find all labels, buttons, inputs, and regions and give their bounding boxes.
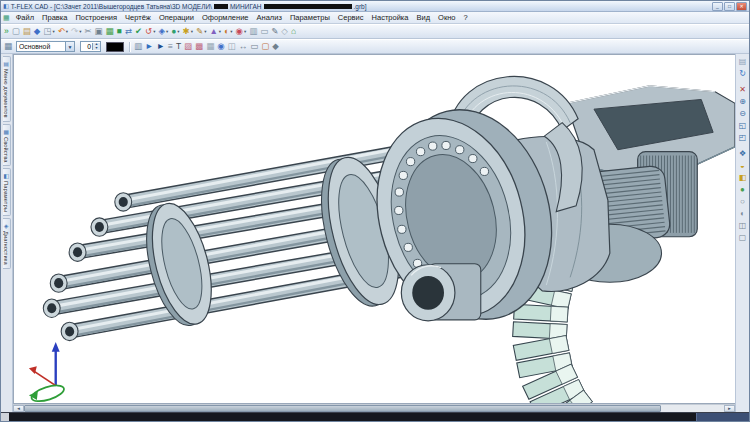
line-color-swatch[interactable]: [106, 42, 124, 52]
macros-button[interactable]: ▲ ▾: [208, 26, 222, 37]
view-toolbar-icon: ●: [740, 186, 745, 194]
scrollbar-thumb[interactable]: [24, 405, 661, 412]
wireframe-mode-button[interactable]: ○: [737, 196, 748, 207]
menu-item[interactable]: Анализ: [253, 12, 286, 23]
expand-toolbar-button[interactable]: »: [3, 26, 10, 37]
toolbar-icon: ✎: [271, 27, 278, 36]
toolbar-icon: ▢: [261, 42, 269, 51]
line-style-combobox[interactable]: Основной ▼: [16, 41, 75, 52]
zoom-in-button[interactable]: ⊕: [737, 96, 748, 107]
check-document-button[interactable]: ✔: [134, 26, 143, 37]
fullscreen-button[interactable]: ▢: [737, 232, 748, 243]
rotate-view-button[interactable]: ↻: [737, 68, 748, 79]
cut-button[interactable]: ✂: [83, 26, 92, 37]
view-toolbar-icon: ◧: [739, 174, 747, 182]
zoom-out-button[interactable]: ⊖: [737, 108, 748, 119]
menu-item[interactable]: Файл: [12, 12, 38, 23]
layers-button[interactable]: ▦: [3, 41, 13, 52]
sheet-button[interactable]: ▭: [259, 26, 269, 37]
zoom-window-button[interactable]: ◱: [737, 120, 748, 131]
save-document-button[interactable]: ◆: [33, 26, 42, 37]
new-document-button[interactable]: ▢: [11, 26, 21, 37]
line-style-button[interactable]: ≡: [167, 41, 174, 52]
maximize-button[interactable]: □: [724, 2, 735, 11]
fill-button[interactable]: ▩: [194, 41, 204, 52]
section-view-button[interactable]: ◫: [737, 220, 748, 231]
undo-button[interactable]: ↶ ▾: [57, 26, 69, 37]
chevron-down-icon: ▾: [244, 29, 246, 34]
toolbar-icon: ▭: [250, 42, 258, 51]
exit-button[interactable]: ⌂: [290, 26, 297, 37]
tab-properties[interactable]: ▦ Свойства: [3, 124, 11, 166]
options-button[interactable]: ◆: [271, 41, 280, 52]
tab-diagnostics[interactable]: ◈ Диагностика: [3, 218, 11, 269]
assembly-button[interactable]: ◐ ▾: [223, 26, 233, 37]
render-settings-button[interactable]: ◐: [737, 208, 748, 219]
scrollbar-track[interactable]: [661, 405, 724, 412]
toolbar-icon: ◉: [217, 42, 224, 51]
menu-item[interactable]: Операции: [155, 12, 198, 23]
toolbar-icon: ●: [171, 27, 176, 36]
construction-button[interactable]: ◫: [227, 41, 237, 52]
preview-button[interactable]: ▥: [248, 26, 258, 37]
pan-button[interactable]: ❖: [737, 148, 748, 159]
select-alt-button[interactable]: ►: [155, 41, 165, 52]
thickness-spinner[interactable]: 0 ▲▼: [80, 41, 101, 52]
menu-item[interactable]: Оформление: [198, 12, 253, 23]
measure-button[interactable]: ✎ ▾: [195, 26, 207, 37]
menu-item[interactable]: Чертёж: [121, 12, 155, 23]
pencil-button[interactable]: ✎: [270, 26, 279, 37]
scroll-right-button[interactable]: ►: [724, 405, 735, 412]
scroll-left-button[interactable]: ◄: [13, 405, 24, 412]
previous-view-button[interactable]: ▤: [737, 56, 748, 67]
protection-button[interactable]: ◈ ▾: [157, 26, 169, 37]
grid-button[interactable]: ▦: [205, 41, 215, 52]
chevron-down-icon[interactable]: ▼: [65, 42, 74, 51]
annotation-button[interactable]: ▭: [249, 41, 259, 52]
print-button[interactable]: ◳ ▾: [42, 26, 55, 37]
menu-item[interactable]: Параметры: [286, 12, 334, 23]
application-window: ◧ T-FLEX CAD - [C:\Зачет 2011\Вышегородц…: [0, 0, 750, 422]
menu-item[interactable]: Построения: [71, 12, 121, 23]
text-style-button[interactable]: T: [175, 41, 182, 52]
toolbar-icon: ▲: [209, 27, 217, 36]
hatch-button[interactable]: ▨: [183, 41, 193, 52]
tab-parameters[interactable]: ◧ Параметры: [3, 168, 11, 216]
dimension-button[interactable]: ↔: [238, 41, 249, 52]
viewport-canvas[interactable]: [14, 55, 735, 403]
insert-fragment-button[interactable]: ■: [116, 26, 123, 37]
open-document-button[interactable]: ▤: [22, 26, 32, 37]
select-tool-button[interactable]: ►: [144, 41, 154, 52]
copy-button[interactable]: ▣: [94, 26, 104, 37]
title-bar[interactable]: ◧ T-FLEX CAD - [C:\Зачет 2011\Вышегородц…: [1, 1, 749, 12]
zoom-all-button[interactable]: ◰: [737, 132, 748, 143]
spinner-arrows[interactable]: ▲▼: [92, 43, 100, 50]
close-view-button[interactable]: ✕: [737, 84, 748, 95]
analysis-button[interactable]: ◉ ▾: [234, 26, 247, 37]
layer-config-button[interactable]: ▥: [133, 41, 143, 52]
rotate-3d-button[interactable]: ◒: [737, 160, 748, 171]
view-toolbar-icon: ◐: [740, 210, 745, 218]
menu-item[interactable]: Правка: [38, 12, 71, 23]
menu-item[interactable]: Настройка: [368, 12, 413, 23]
variables-button[interactable]: ✱ ▾: [182, 26, 194, 37]
tab-label: Диагностика: [3, 231, 9, 265]
close-button[interactable]: ✕: [736, 2, 747, 11]
tab-document-menu[interactable]: ▤ Меню документов: [3, 56, 11, 122]
horizontal-scrollbar[interactable]: ◄ ►: [13, 404, 735, 412]
redo-button[interactable]: ↷ ▾: [70, 26, 82, 37]
materials-button[interactable]: ● ▾: [170, 26, 180, 37]
menu-item[interactable]: Окно: [434, 12, 459, 23]
menu-item[interactable]: ?: [459, 12, 471, 23]
update-model-button[interactable]: ↺ ▾: [144, 26, 156, 37]
minimize-button[interactable]: _: [712, 2, 723, 11]
page-setup-button[interactable]: ▢: [260, 41, 270, 52]
view-orientation-button[interactable]: ◧: [737, 172, 748, 183]
eraser-button[interactable]: ◇: [280, 26, 289, 37]
menu-item[interactable]: Вид: [412, 12, 434, 23]
menu-item[interactable]: Сервис: [334, 12, 368, 23]
snap-button[interactable]: ◉: [216, 41, 225, 52]
link-button[interactable]: ⇄: [124, 26, 133, 37]
shading-mode-button[interactable]: ●: [737, 184, 748, 195]
paste-button[interactable]: ▦: [105, 26, 115, 37]
